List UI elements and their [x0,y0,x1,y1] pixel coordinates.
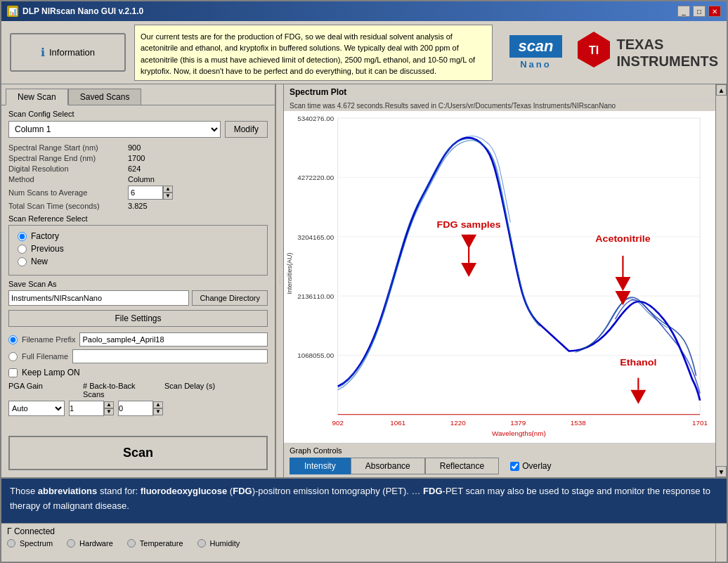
status-bar: Γ Connected Spectrum Hardware [1,523,727,562]
scan-delay-control: ▲ ▼ [118,401,163,416]
scroll-down-button[interactable]: ▼ [716,466,727,477]
info-icon: ℹ [41,46,45,59]
tab-intensity[interactable]: Intensity [290,458,351,474]
status-spectrum: Spectrum [7,539,53,548]
spectral-start-label: Spectral Range Start (nm) [8,143,128,152]
information-button[interactable]: ℹ Information [10,33,126,72]
radio-previous-row: Previous [15,244,261,254]
digital-res-row: Digital Resolution 624 [8,164,268,173]
num-scans-down[interactable]: ▼ [163,193,173,200]
ti-text-line1: TEXAS [617,36,718,53]
tooltip-text: Our current tests are for the production… [141,32,475,76]
titlebar-buttons: _ □ ✕ [677,6,721,17]
tab-new-scan[interactable]: New Scan [6,89,68,105]
num-scans-input: ▲ ▼ [128,186,173,200]
pga-gain-select[interactable]: Auto 1 2 4 8 [8,401,65,416]
scan-delay-input[interactable] [118,401,153,416]
save-path-input[interactable] [8,290,189,306]
status-humidity: Humidity [197,539,240,548]
status-hardware: Hardware [67,539,113,548]
svg-text:5340276.00: 5340276.00 [297,115,334,122]
spectral-end-label: Spectral Range End (nm) [8,154,128,162]
spectral-start-value: 900 [128,143,141,152]
scrollbar-right[interactable]: ▲ ▼ [715,84,727,477]
num-scans-up[interactable]: ▲ [163,186,173,193]
ti-text-line2: INSTRUMENTS [617,53,718,70]
back-to-back-input[interactable] [69,401,104,416]
scan-time-value: 3.825 [128,202,148,210]
method-row: Method Column [8,175,268,183]
num-scans-label: Num Scans to Average [8,188,128,197]
titlebar-left: 📊 DLP NIRscan Nano GUI v.2.1.0 [7,6,143,17]
svg-text:1061: 1061 [390,419,405,427]
minimize-button[interactable]: _ [677,6,690,17]
scroll-up-button[interactable]: ▲ [716,84,727,96]
scan-time-label: Total Scan Time (seconds) [8,202,128,210]
change-directory-button[interactable]: Change Directory [192,290,268,306]
tab-reflectance[interactable]: Reflectance [425,458,499,474]
spectral-end-value: 1700 [128,154,145,162]
scan-delay-up[interactable]: ▲ [153,401,163,408]
back-to-back-down[interactable]: ▼ [104,408,114,415]
keep-lamp-row: Keep Lamp ON [8,368,268,377]
tooltip-box: Our current tests are for the production… [134,25,493,81]
ti-emblem-icon: TI [576,30,611,75]
svg-text:4272220.00: 4272220.00 [297,174,334,182]
body-area: New Scan Saved Scans Scan Config Select … [1,84,727,477]
digital-res-label: Digital Resolution [8,164,128,173]
save-scan-label: Save Scan As [8,280,268,288]
radio-new[interactable] [18,257,27,266]
svg-text:1538: 1538 [571,419,586,427]
humidity-dot [197,539,206,548]
back-to-back-up[interactable]: ▲ [104,401,114,408]
radio-full-filename[interactable] [8,352,18,361]
svg-text:Ethanol: Ethanol [620,357,656,367]
prefix-input[interactable] [79,332,268,347]
spectrum-container: 5340276.00 4272220.00 3204165.00 2136110… [284,111,715,443]
connected-label: Γ Connected [7,526,710,536]
back-to-back-header: # Back-to-Back Scans [83,382,153,399]
save-path-row: Change Directory [8,290,268,306]
num-scans-field[interactable] [128,186,163,200]
panel-divider[interactable]: ··· [275,84,284,477]
scan-logo: scan Nano [509,35,561,70]
info-button-label: Information [49,47,95,58]
svg-text:2136110.00: 2136110.00 [297,293,334,301]
scan-logo-top: scan [518,37,553,55]
radio-prefix[interactable] [8,335,18,344]
radio-factory[interactable] [18,232,27,241]
header-right: scan Nano TI TEXAS INSTRU [509,30,718,75]
method-label: Method [8,175,128,183]
keep-lamp-checkbox[interactable] [8,368,18,377]
full-filename-input[interactable] [72,349,268,363]
method-value: Column [128,175,155,183]
close-button[interactable]: ✕ [708,6,721,17]
radio-factory-row: Factory [15,231,261,241]
config-select[interactable]: Column 1 [8,121,221,138]
scan-delay-down[interactable]: ▼ [153,408,163,415]
temperature-dot [127,539,136,548]
svg-text:1220: 1220 [450,419,466,427]
bottom-text-area: Those abbreviations stand for: fluorodeo… [1,479,727,523]
filename-prefix-row: Filename Prefix [8,332,268,347]
radio-previous[interactable] [18,245,27,254]
graph-controls-label: Graph Controls [290,446,710,455]
file-settings-button[interactable]: File Settings [8,310,268,327]
modify-button[interactable]: Modify [225,121,268,138]
tab-saved-scans[interactable]: Saved Scans [68,89,142,105]
factory-label: Factory [31,231,59,241]
overlay-checkbox[interactable] [510,462,519,471]
maximize-button[interactable]: □ [693,6,706,17]
overlay-label: Overlay [522,461,551,471]
header-bar: ℹ Information Our current tests are for … [1,21,727,84]
scan-button[interactable]: Scan [8,436,268,470]
scan-config-label: Scan Config Select [8,110,268,118]
bottom-bar: Those abbreviations stand for: fluorodeo… [1,477,727,562]
tab-absorbance[interactable]: Absorbance [351,458,425,474]
tabs: New Scan Saved Scans [1,84,275,105]
scrollbar-bottom[interactable] [715,524,727,562]
pga-gain-header: PGA Gain [8,382,72,399]
status-left: Γ Connected Spectrum Hardware [1,524,715,562]
svg-text:Wavelengths(nm): Wavelengths(nm) [492,429,546,437]
graph-controls: Graph Controls Intensity Absorbance Refl… [284,443,715,477]
